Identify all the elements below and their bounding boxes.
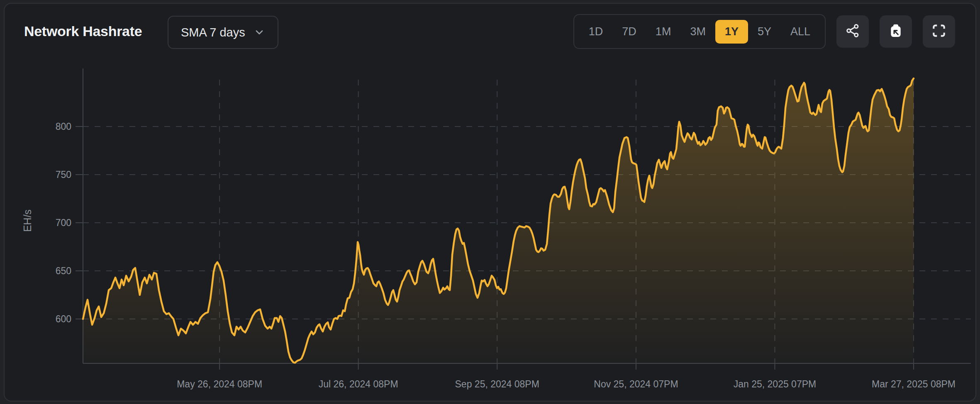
y-tick-label: 650 xyxy=(56,265,71,276)
timeframe-1m[interactable]: 1M xyxy=(646,20,681,44)
copy-image-icon xyxy=(887,22,904,41)
share-button[interactable] xyxy=(836,15,869,48)
y-tick-label: 800 xyxy=(56,121,71,132)
timeframe-3m[interactable]: 3M xyxy=(680,20,715,44)
x-tick-label: Jan 25, 2025 07PM xyxy=(734,379,816,389)
x-tick-label: Mar 27, 2025 08PM xyxy=(872,379,956,389)
hashrate-area-fill xyxy=(83,78,914,363)
timeframe-all[interactable]: ALL xyxy=(781,20,820,44)
y-tick-label: 750 xyxy=(56,169,71,180)
timeframe-7d[interactable]: 7D xyxy=(612,20,646,44)
timeframe-1d[interactable]: 1D xyxy=(579,20,613,44)
chart-controls: 1D7D1M3M1Y5YALL xyxy=(573,14,955,49)
hashrate-area-chart: 600650700750800May 26, 2024 08PMJul 26, … xyxy=(0,0,980,404)
share-icon xyxy=(845,23,861,40)
chevron-down-icon xyxy=(254,27,265,38)
x-tick-label: May 26, 2024 08PM xyxy=(177,379,262,389)
page-title: Network Hashrate xyxy=(24,23,142,39)
hashrate-widget: 600650700750800May 26, 2024 08PMJul 26, … xyxy=(0,0,980,404)
timeframe-group: 1D7D1M3M1Y5YALL xyxy=(573,14,826,49)
timeframe-1y[interactable]: 1Y xyxy=(715,20,748,44)
fullscreen-button[interactable] xyxy=(923,15,955,48)
timeframe-5y[interactable]: 5Y xyxy=(748,20,781,44)
fullscreen-icon xyxy=(931,23,947,40)
copy-image-button[interactable] xyxy=(880,15,912,48)
y-axis-unit-label: EH/s xyxy=(22,209,33,232)
y-tick-label: 700 xyxy=(56,217,71,228)
sma-dropdown[interactable]: SMA 7 days xyxy=(168,16,278,49)
y-tick-label: 600 xyxy=(56,314,71,324)
sma-dropdown-value: SMA 7 days xyxy=(181,26,245,39)
x-tick-label: Jul 26, 2024 08PM xyxy=(319,379,398,389)
x-tick-label: Sep 25, 2024 08PM xyxy=(455,379,539,389)
x-tick-label: Nov 25, 2024 07PM xyxy=(594,379,678,389)
